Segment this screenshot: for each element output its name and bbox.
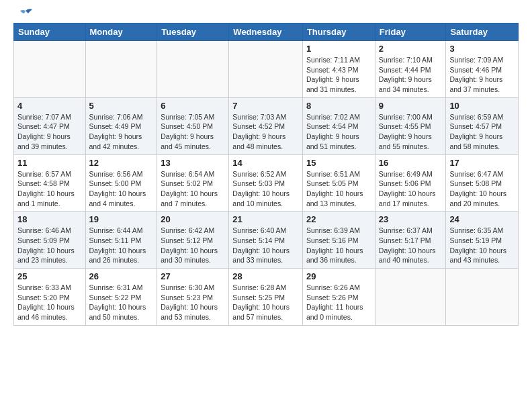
calendar-day-cell: 10Sunrise: 6:59 AM Sunset: 4:57 PM Dayli… bbox=[446, 97, 519, 154]
calendar-day-cell: 6Sunrise: 7:05 AM Sunset: 4:50 PM Daylig… bbox=[157, 97, 229, 154]
calendar-day-cell: 19Sunrise: 6:44 AM Sunset: 5:11 PM Dayli… bbox=[85, 212, 157, 269]
day-info: Sunrise: 7:07 AM Sunset: 4:47 PM Dayligh… bbox=[17, 112, 82, 152]
calendar-day-cell bbox=[375, 269, 446, 326]
calendar-week-row: 25Sunrise: 6:33 AM Sunset: 5:20 PM Dayli… bbox=[14, 269, 519, 326]
day-info: Sunrise: 6:51 AM Sunset: 5:05 PM Dayligh… bbox=[306, 169, 371, 209]
calendar-day-cell: 3Sunrise: 7:09 AM Sunset: 4:46 PM Daylig… bbox=[446, 41, 519, 98]
calendar-week-row: 1Sunrise: 7:11 AM Sunset: 4:43 PM Daylig… bbox=[14, 41, 519, 98]
day-number: 6 bbox=[161, 101, 225, 111]
day-number: 21 bbox=[232, 214, 299, 224]
day-number: 17 bbox=[449, 158, 515, 168]
calendar-week-row: 11Sunrise: 6:57 AM Sunset: 4:58 PM Dayli… bbox=[14, 154, 519, 212]
calendar-header-sunday: Sunday bbox=[14, 24, 86, 41]
day-number: 28 bbox=[232, 271, 299, 281]
day-info: Sunrise: 7:09 AM Sunset: 4:46 PM Dayligh… bbox=[449, 55, 515, 95]
day-info: Sunrise: 7:10 AM Sunset: 4:44 PM Dayligh… bbox=[379, 55, 443, 95]
calendar-day-cell: 24Sunrise: 6:35 AM Sunset: 5:19 PM Dayli… bbox=[446, 212, 519, 269]
day-number: 25 bbox=[17, 271, 82, 281]
calendar-day-cell bbox=[14, 41, 86, 98]
page-header bbox=[13, 11, 519, 17]
calendar-day-cell: 1Sunrise: 7:11 AM Sunset: 4:43 PM Daylig… bbox=[302, 41, 375, 98]
calendar-header-row: SundayMondayTuesdayWednesdayThursdayFrid… bbox=[14, 24, 519, 41]
day-number: 8 bbox=[306, 101, 371, 111]
day-number: 9 bbox=[379, 101, 443, 111]
calendar-day-cell: 29Sunrise: 6:26 AM Sunset: 5:26 PM Dayli… bbox=[302, 269, 375, 326]
day-info: Sunrise: 6:37 AM Sunset: 5:17 PM Dayligh… bbox=[379, 226, 443, 265]
calendar-day-cell: 26Sunrise: 6:31 AM Sunset: 5:22 PM Dayli… bbox=[85, 269, 157, 326]
day-number: 24 bbox=[449, 214, 515, 224]
calendar-week-row: 4Sunrise: 7:07 AM Sunset: 4:47 PM Daylig… bbox=[14, 97, 519, 154]
calendar-day-cell: 4Sunrise: 7:07 AM Sunset: 4:47 PM Daylig… bbox=[14, 97, 86, 154]
calendar-header-thursday: Thursday bbox=[302, 24, 375, 41]
day-info: Sunrise: 6:28 AM Sunset: 5:25 PM Dayligh… bbox=[232, 283, 299, 322]
day-info: Sunrise: 6:33 AM Sunset: 5:20 PM Dayligh… bbox=[17, 283, 82, 322]
day-info: Sunrise: 6:54 AM Sunset: 5:02 PM Dayligh… bbox=[161, 169, 225, 209]
calendar-day-cell bbox=[85, 41, 157, 98]
calendar-table: SundayMondayTuesdayWednesdayThursdayFrid… bbox=[13, 23, 519, 326]
calendar-day-cell: 23Sunrise: 6:37 AM Sunset: 5:17 PM Dayli… bbox=[375, 212, 446, 269]
day-number: 13 bbox=[161, 158, 225, 168]
day-number: 19 bbox=[89, 214, 154, 224]
calendar-day-cell: 28Sunrise: 6:28 AM Sunset: 5:25 PM Dayli… bbox=[229, 269, 303, 326]
calendar-day-cell: 8Sunrise: 7:02 AM Sunset: 4:54 PM Daylig… bbox=[302, 97, 375, 154]
day-info: Sunrise: 6:57 AM Sunset: 4:58 PM Dayligh… bbox=[17, 169, 82, 209]
day-info: Sunrise: 6:47 AM Sunset: 5:08 PM Dayligh… bbox=[449, 169, 515, 209]
day-number: 23 bbox=[379, 214, 443, 224]
calendar-day-cell: 27Sunrise: 6:30 AM Sunset: 5:23 PM Dayli… bbox=[157, 269, 229, 326]
day-number: 1 bbox=[306, 44, 371, 54]
day-info: Sunrise: 7:02 AM Sunset: 4:54 PM Dayligh… bbox=[306, 112, 371, 152]
day-info: Sunrise: 7:03 AM Sunset: 4:52 PM Dayligh… bbox=[232, 112, 299, 152]
day-number: 18 bbox=[17, 214, 82, 224]
calendar-day-cell: 22Sunrise: 6:39 AM Sunset: 5:16 PM Dayli… bbox=[302, 212, 375, 269]
calendar-day-cell: 21Sunrise: 6:40 AM Sunset: 5:14 PM Dayli… bbox=[229, 212, 303, 269]
day-number: 2 bbox=[379, 44, 443, 54]
day-number: 26 bbox=[89, 271, 154, 281]
day-number: 15 bbox=[306, 158, 371, 168]
day-info: Sunrise: 7:00 AM Sunset: 4:55 PM Dayligh… bbox=[379, 112, 443, 152]
calendar-header-monday: Monday bbox=[85, 24, 157, 41]
day-info: Sunrise: 6:59 AM Sunset: 4:57 PM Dayligh… bbox=[449, 112, 515, 152]
day-info: Sunrise: 6:49 AM Sunset: 5:06 PM Dayligh… bbox=[379, 169, 443, 209]
calendar-header-saturday: Saturday bbox=[446, 24, 519, 41]
day-info: Sunrise: 7:11 AM Sunset: 4:43 PM Dayligh… bbox=[306, 55, 371, 95]
calendar-day-cell: 25Sunrise: 6:33 AM Sunset: 5:20 PM Dayli… bbox=[14, 269, 86, 326]
day-info: Sunrise: 6:56 AM Sunset: 5:00 PM Dayligh… bbox=[89, 169, 154, 209]
day-info: Sunrise: 6:39 AM Sunset: 5:16 PM Dayligh… bbox=[306, 226, 371, 265]
day-info: Sunrise: 6:26 AM Sunset: 5:26 PM Dayligh… bbox=[306, 283, 371, 322]
day-info: Sunrise: 6:30 AM Sunset: 5:23 PM Dayligh… bbox=[161, 283, 225, 322]
calendar-header-tuesday: Tuesday bbox=[157, 24, 229, 41]
calendar-day-cell: 12Sunrise: 6:56 AM Sunset: 5:00 PM Dayli… bbox=[85, 154, 157, 212]
day-number: 14 bbox=[232, 158, 299, 168]
calendar-day-cell: 11Sunrise: 6:57 AM Sunset: 4:58 PM Dayli… bbox=[14, 154, 86, 212]
calendar-day-cell: 16Sunrise: 6:49 AM Sunset: 5:06 PM Dayli… bbox=[375, 154, 446, 212]
calendar-day-cell bbox=[229, 41, 303, 98]
day-info: Sunrise: 6:31 AM Sunset: 5:22 PM Dayligh… bbox=[89, 283, 154, 322]
calendar-day-cell: 13Sunrise: 6:54 AM Sunset: 5:02 PM Dayli… bbox=[157, 154, 229, 212]
day-info: Sunrise: 6:46 AM Sunset: 5:09 PM Dayligh… bbox=[17, 226, 82, 265]
calendar-day-cell: 7Sunrise: 7:03 AM Sunset: 4:52 PM Daylig… bbox=[229, 97, 303, 154]
day-info: Sunrise: 7:05 AM Sunset: 4:50 PM Dayligh… bbox=[161, 112, 225, 152]
day-number: 20 bbox=[161, 214, 225, 224]
calendar-day-cell: 14Sunrise: 6:52 AM Sunset: 5:03 PM Dayli… bbox=[229, 154, 303, 212]
calendar-header-friday: Friday bbox=[375, 24, 446, 41]
calendar-day-cell: 2Sunrise: 7:10 AM Sunset: 4:44 PM Daylig… bbox=[375, 41, 446, 98]
logo bbox=[13, 11, 34, 17]
day-number: 12 bbox=[89, 158, 154, 168]
day-info: Sunrise: 6:52 AM Sunset: 5:03 PM Dayligh… bbox=[232, 169, 299, 209]
day-number: 27 bbox=[161, 271, 225, 281]
day-number: 7 bbox=[232, 101, 299, 111]
day-number: 4 bbox=[17, 101, 82, 111]
day-number: 22 bbox=[306, 214, 371, 224]
calendar-day-cell: 9Sunrise: 7:00 AM Sunset: 4:55 PM Daylig… bbox=[375, 97, 446, 154]
calendar-day-cell: 18Sunrise: 6:46 AM Sunset: 5:09 PM Dayli… bbox=[14, 212, 86, 269]
day-number: 5 bbox=[89, 101, 154, 111]
calendar-day-cell bbox=[157, 41, 229, 98]
day-number: 29 bbox=[306, 271, 371, 281]
calendar-day-cell: 20Sunrise: 6:42 AM Sunset: 5:12 PM Dayli… bbox=[157, 212, 229, 269]
calendar-week-row: 18Sunrise: 6:46 AM Sunset: 5:09 PM Dayli… bbox=[14, 212, 519, 269]
calendar-header-wednesday: Wednesday bbox=[229, 24, 303, 41]
day-number: 11 bbox=[17, 158, 82, 168]
day-info: Sunrise: 6:44 AM Sunset: 5:11 PM Dayligh… bbox=[89, 226, 154, 265]
day-number: 16 bbox=[379, 158, 443, 168]
logo-bird-icon bbox=[16, 8, 34, 21]
